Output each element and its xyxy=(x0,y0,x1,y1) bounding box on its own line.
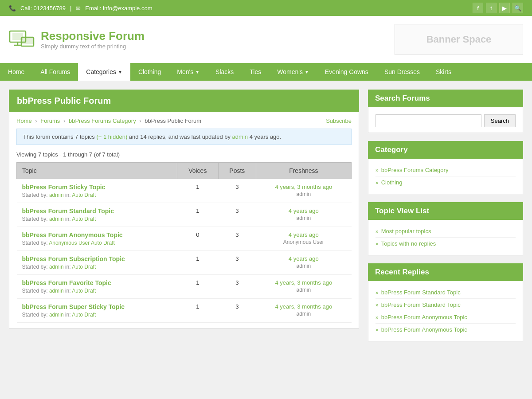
table-row: bbPress Forum Subscription Topic Started… xyxy=(17,251,352,275)
search-forums-title: Search Forums xyxy=(368,90,523,107)
freshness-user: admin xyxy=(261,263,346,269)
categories-arrow: ▼ xyxy=(118,70,122,74)
topic-user-link[interactable]: Anonymous User xyxy=(49,240,90,246)
nav-home[interactable]: Home xyxy=(0,63,32,81)
topic-location-link[interactable]: Auto Draft xyxy=(72,288,96,294)
table-row: bbPress Forum Super Sticky Topic Started… xyxy=(17,299,352,323)
sep2: › xyxy=(63,117,65,124)
topic-title-link[interactable]: bbPress Forum Sticky Topic xyxy=(22,184,106,191)
search-button[interactable]: Search xyxy=(484,114,516,127)
facebook-icon[interactable]: f xyxy=(473,3,483,13)
topic-user-link[interactable]: admin xyxy=(49,216,64,222)
sidebar: Search Forums Search Category » bbPress … xyxy=(368,90,523,349)
posts-cell: 3 xyxy=(219,203,256,227)
logo-svg xyxy=(9,28,35,51)
email-text: Email: info@example.com xyxy=(85,5,152,12)
topic-user-link[interactable]: admin xyxy=(49,192,64,198)
topic-location-link[interactable]: Auto Draft xyxy=(91,240,115,246)
email-icon: ✉ xyxy=(76,5,81,12)
svg-rect-5 xyxy=(22,38,33,44)
topic-view-title: Topic View List xyxy=(368,202,523,220)
freshness-time: 4 years, 3 months ago xyxy=(261,279,346,286)
category-link-bbpress[interactable]: » bbPress Forums Category xyxy=(376,164,516,176)
youtube-icon[interactable]: ▶ xyxy=(499,3,510,13)
topic-user-link[interactable]: admin xyxy=(49,264,64,270)
topic-user-link[interactable]: admin xyxy=(49,312,64,318)
freshness-time: 4 years ago xyxy=(261,231,346,238)
nav-sun-dresses[interactable]: Sun Dresses xyxy=(376,63,428,81)
freshness-cell: 4 years, 3 months ago admin xyxy=(256,299,351,323)
topic-title-link[interactable]: bbPress Forum Favorite Topic xyxy=(22,279,111,286)
nav-mens[interactable]: Men's ▼ xyxy=(169,63,207,81)
recent-reply-label-2: bbPress Forum Standard Topic xyxy=(381,301,461,308)
search-body: Search xyxy=(368,107,523,133)
subscribe-link[interactable]: Subscribe xyxy=(326,117,352,124)
admin-link[interactable]: admin xyxy=(232,133,248,140)
topic-title-link[interactable]: bbPress Forum Super Sticky Topic xyxy=(22,303,125,310)
topic-cell: bbPress Forum Favorite Topic Started by:… xyxy=(17,275,177,299)
chevron-icon: » xyxy=(376,167,379,173)
recent-reply-4[interactable]: » bbPress Forum Anonymous Topic xyxy=(376,324,516,336)
recent-reply-3[interactable]: » bbPress Forum Anonymous Topic xyxy=(376,311,516,324)
topic-title-link[interactable]: bbPress Forum Subscription Topic xyxy=(22,255,125,262)
nav-evening-gowns[interactable]: Evening Gowns xyxy=(317,63,376,81)
category-link-clothing[interactable]: » Clothing xyxy=(376,176,516,188)
chevron-icon-4: » xyxy=(376,241,379,247)
topic-user-link[interactable]: admin xyxy=(49,288,64,294)
chevron-icon-7: » xyxy=(376,314,379,321)
nav-skirts[interactable]: Skirts xyxy=(428,63,459,81)
sep1: › xyxy=(35,117,37,124)
phone-icon: 📞 xyxy=(9,5,16,12)
nav-categories[interactable]: Categories ▼ xyxy=(78,63,130,81)
posts-cell: 3 xyxy=(219,251,256,275)
topic-meta: Started by: Anonymous User Auto Draft xyxy=(22,240,172,246)
freshness-cell: 4 years, 3 months ago admin xyxy=(256,179,351,203)
phone-text: Call: 0123456789 xyxy=(20,5,66,12)
topic-location-link[interactable]: Auto Draft xyxy=(72,264,96,270)
topics-table: Topic Voices Posts Freshness bbPress For… xyxy=(16,162,352,323)
table-row: bbPress Forum Standard Topic Started by:… xyxy=(17,203,352,227)
main-container: bbPress Public Forum Home › Forums › bbP… xyxy=(4,90,528,349)
nav-ties[interactable]: Ties xyxy=(242,63,269,81)
search-input[interactable] xyxy=(376,114,481,127)
recent-reply-2[interactable]: » bbPress Forum Standard Topic xyxy=(376,299,516,311)
col-freshness: Freshness xyxy=(256,163,351,179)
freshness-user: admin xyxy=(261,287,346,293)
nav-womens[interactable]: Women's ▼ xyxy=(269,63,317,81)
breadcrumb-links: Home › Forums › bbPress Forums Category … xyxy=(16,117,201,124)
breadcrumb-forums[interactable]: Forums xyxy=(40,117,60,124)
recent-reply-label-4: bbPress Forum Anonymous Topic xyxy=(381,326,467,333)
search-icon[interactable]: 🔍 xyxy=(512,3,523,13)
topic-view-item-1: Most popular topics xyxy=(381,228,431,235)
category-title: Category xyxy=(368,141,523,159)
freshness-user: admin xyxy=(261,215,346,221)
topic-view-section: Topic View List » Most popular topics » … xyxy=(368,202,523,255)
most-popular-link[interactable]: » Most popular topics xyxy=(376,225,516,238)
category-section: Category » bbPress Forums Category » Clo… xyxy=(368,141,523,194)
topic-location-link[interactable]: Auto Draft xyxy=(72,192,96,198)
chevron-icon-5: » xyxy=(376,289,379,296)
no-replies-link[interactable]: » Topics with no replies xyxy=(376,238,516,250)
topic-cell: bbPress Forum Sticky Topic Started by: a… xyxy=(17,179,177,203)
breadcrumb-category[interactable]: bbPress Forums Category xyxy=(69,117,136,124)
recent-replies-title: Recent Replies xyxy=(368,263,523,281)
forum-info: This forum contains 7 topics (+ 1 hidden… xyxy=(16,129,352,145)
topic-location-link[interactable]: Auto Draft xyxy=(72,312,96,318)
site-tagline: Simply dummy text of the printing xyxy=(41,43,145,50)
breadcrumb: Home › Forums › bbPress Forums Category … xyxy=(16,117,352,124)
breadcrumb-home[interactable]: Home xyxy=(16,117,32,124)
category-item-2: Clothing xyxy=(381,179,403,186)
topic-title-link[interactable]: bbPress Forum Standard Topic xyxy=(22,207,114,215)
posts-cell: 3 xyxy=(219,275,256,299)
twitter-icon[interactable]: t xyxy=(486,3,497,13)
nav-clothing[interactable]: Clothing xyxy=(130,63,169,81)
table-row: bbPress Forum Favorite Topic Started by:… xyxy=(17,275,352,299)
recent-reply-1[interactable]: » bbPress Forum Standard Topic xyxy=(376,286,516,299)
topic-location-link[interactable]: Auto Draft xyxy=(72,216,96,222)
topic-title-link[interactable]: bbPress Forum Anonymous Topic xyxy=(22,231,123,239)
posts-cell: 3 xyxy=(219,179,256,203)
table-row: bbPress Forum Anonymous Topic Started by… xyxy=(17,227,352,251)
hidden-topics-link[interactable]: (+ 1 hidden) xyxy=(96,133,127,140)
nav-slacks[interactable]: Slacks xyxy=(207,63,242,81)
nav-all-forums[interactable]: All Forums xyxy=(32,63,78,81)
